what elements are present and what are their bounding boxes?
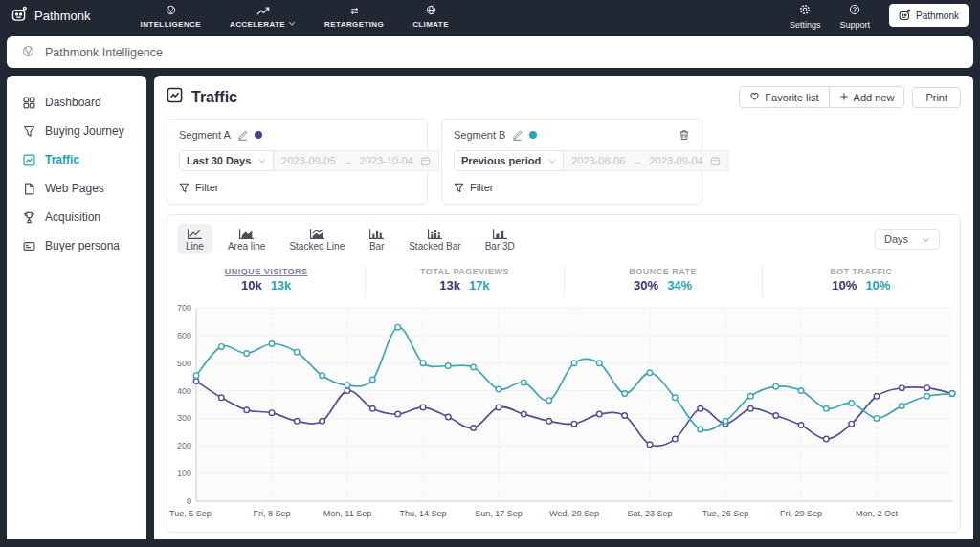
date-range-input[interactable]: 2023-09-05 → 2023-10-04 (274, 150, 439, 171)
segment-b-value: 10% (865, 278, 890, 293)
chevron-down-icon (922, 233, 930, 245)
tab-stacked-bar[interactable]: Stacked Bar (400, 224, 469, 254)
breadcrumb-label: Pathmonk Intelligence (45, 46, 163, 59)
svg-text:Fri, 8 Sep: Fri, 8 Sep (253, 509, 290, 518)
date-end: 2023-10-04 (360, 155, 413, 166)
brand-name: Pathmonk (34, 9, 91, 23)
print-button[interactable]: Print (912, 87, 961, 108)
top-navigation-bar: Pathmonk INTELLIGENCE ACCELERATE RETARGE… (0, 0, 980, 31)
svg-text:Sun, 17 Sep: Sun, 17 Sep (475, 509, 523, 518)
funnel-icon (454, 183, 464, 193)
chart-type-tabs: Line Area line Stacked Line Bar Stacked … (167, 224, 960, 254)
brain-icon (166, 2, 176, 19)
segment-a-value: 13k (439, 278, 460, 293)
funnel-icon (179, 183, 189, 193)
nav-retargeting[interactable]: RETARGETING (324, 2, 384, 29)
svg-text:Fri, 29 Sep: Fri, 29 Sep (780, 509, 822, 518)
svg-text:Thu, 14 Sep: Thu, 14 Sep (399, 509, 446, 518)
settings-button[interactable]: Settings (790, 2, 821, 30)
funnel-icon (23, 125, 35, 138)
period-select[interactable]: Previous period (454, 150, 564, 171)
breadcrumb: Pathmonk Intelligence (7, 36, 973, 68)
arrow-right-icon: → (632, 155, 642, 166)
svg-text:Mon, 11 Sep: Mon, 11 Sep (323, 509, 371, 518)
metric-total-pageviews[interactable]: TOTAL PAGEVIEWS 13k 17k (365, 266, 563, 296)
segment-b-value: 34% (667, 278, 692, 293)
metric-bounce-rate[interactable]: BOUNCE RATE 30% 34% (564, 266, 762, 296)
page-title: Traffic (167, 87, 237, 107)
sidebar-item-buying-journey[interactable]: Buying Journey (7, 117, 146, 145)
pencil-icon[interactable] (237, 130, 248, 141)
svg-text:Tue, 5 Sep: Tue, 5 Sep (169, 509, 212, 518)
tab-bar-icon (368, 228, 385, 240)
arrow-right-icon: → (343, 155, 353, 166)
chart-box-icon (23, 154, 35, 166)
favorite-list-button[interactable]: Favorite list (740, 87, 828, 107)
trash-icon[interactable] (679, 129, 690, 141)
pathmonk-logo[interactable]: Pathmonk (11, 6, 91, 25)
account-label: Pathmonk (916, 11, 959, 21)
svg-text:600: 600 (177, 331, 191, 340)
globe-icon (426, 2, 436, 19)
tab-line[interactable]: Line (177, 224, 212, 254)
date-range-input[interactable]: 2023-08-06 → 2023-09-04 (564, 150, 729, 171)
calendar-icon (710, 156, 721, 166)
chevron-down-icon (288, 20, 296, 29)
segments-row: Segment A Last 30 Days 2023-09-05 → 2023… (167, 119, 961, 205)
tab-stacked-line[interactable]: Stacked Line (280, 224, 353, 254)
date-start: 2023-08-06 (571, 155, 625, 166)
svg-text:Mon, 2 Oct: Mon, 2 Oct (856, 509, 899, 518)
add-new-button[interactable]: Add new (829, 87, 904, 107)
granularity-value: Days (884, 233, 908, 245)
account-badge[interactable]: Pathmonk (889, 4, 969, 27)
svg-text:Wed, 20 Sep: Wed, 20 Sep (549, 509, 599, 518)
segment-color-dot (529, 131, 537, 139)
segment-a-value: 30% (634, 278, 658, 293)
sidebar: Dashboard Buying Journey Traffic Web Pag… (7, 76, 146, 539)
sidebar-item-buyer-persona[interactable]: Buyer persona (7, 231, 146, 260)
sidebar-item-web-pages[interactable]: Web Pages (7, 174, 146, 203)
plus-icon (839, 92, 849, 103)
tab-stacked-area-icon (309, 228, 325, 240)
pencil-icon[interactable] (512, 130, 523, 141)
traffic-line-chart[interactable]: 0100200300400500600700Tue, 5 SepFri, 8 S… (167, 300, 960, 532)
segment-name: Segment B (454, 129, 505, 141)
segment-a-value: 10k (241, 278, 262, 293)
segment-name: Segment A (179, 129, 231, 141)
sidebar-item-dashboard[interactable]: Dashboard (7, 88, 146, 117)
support-label: Support (839, 20, 870, 30)
repeat-icon (349, 2, 360, 19)
metrics-row: UNIQUE VISITORS 10k 13k TOTAL PAGEVIEWS … (167, 266, 960, 296)
tab-bar[interactable]: Bar (360, 224, 393, 254)
intelligence-crumb-icon (22, 44, 34, 61)
period-select[interactable]: Last 30 Days (179, 150, 274, 171)
segment-card-a: Segment A Last 30 Days 2023-09-05 → 2023… (167, 119, 428, 205)
svg-text:400: 400 (177, 386, 191, 396)
support-button[interactable]: Support (839, 2, 870, 30)
date-start: 2023-09-05 (281, 155, 335, 166)
nav-intelligence[interactable]: INTELLIGENCE (141, 2, 201, 29)
svg-text:500: 500 (177, 359, 191, 368)
nav-climate[interactable]: CLIMATE (412, 2, 449, 29)
nav-accelerate[interactable]: ACCELERATE (230, 2, 296, 29)
chevron-down-icon (548, 155, 556, 166)
tab-line-icon (187, 228, 203, 240)
metric-unique-visitors[interactable]: UNIQUE VISITORS 10k 13k (167, 266, 365, 296)
primary-nav: INTELLIGENCE ACCELERATE RETARGETING CLIM… (141, 2, 449, 29)
robot-logo-icon (11, 6, 28, 25)
filter-button[interactable]: Filter (454, 182, 493, 193)
sidebar-item-traffic[interactable]: Traffic (7, 145, 146, 174)
topbar-utilities: Settings Support Pathmonk (790, 2, 969, 30)
tab-bar3d-icon (492, 228, 508, 240)
granularity-select[interactable]: Days (875, 229, 940, 250)
metric-bot-traffic[interactable]: BOT TRAFFIC 10% 10% (762, 266, 960, 296)
card-icon (23, 240, 35, 252)
heart-icon (749, 91, 760, 103)
segment-card-b: Segment B Previous period 2023-08-06 → 2… (441, 119, 702, 205)
filter-button[interactable]: Filter (179, 182, 218, 193)
tab-bar-3d[interactable]: Bar 3D (477, 224, 523, 254)
svg-text:0: 0 (187, 496, 191, 506)
sidebar-item-acquisition[interactable]: Acquisition (7, 203, 146, 231)
svg-text:Sat, 23 Sep: Sat, 23 Sep (627, 509, 672, 518)
tab-area-line[interactable]: Area line (219, 224, 274, 254)
